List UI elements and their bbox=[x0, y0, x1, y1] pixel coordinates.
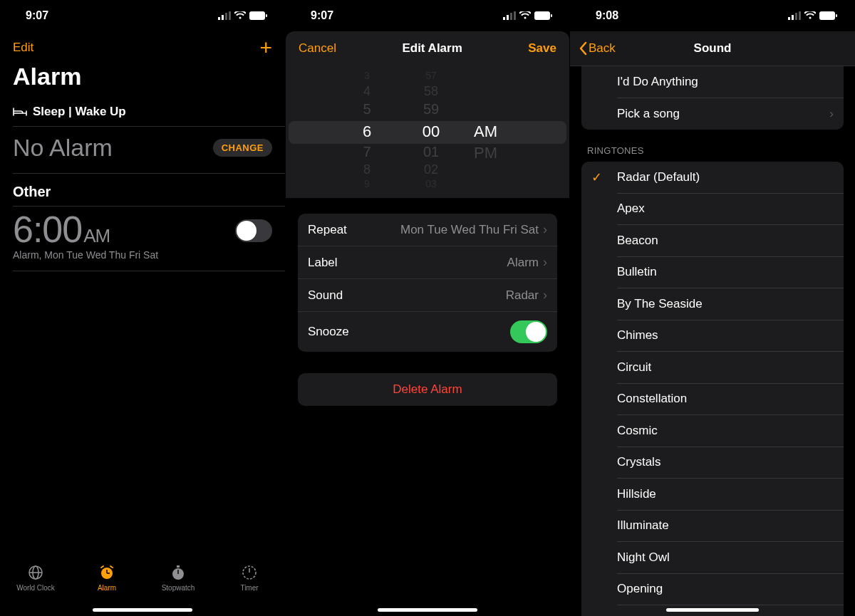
modal-header: Cancel Edit Alarm Save bbox=[286, 31, 569, 66]
label-row[interactable]: Label Alarm› bbox=[298, 246, 557, 278]
time-picker[interactable]: 3 4 5 6 7 8 9 57 58 59 00 01 02 03 AM PM bbox=[286, 66, 569, 198]
cellular-icon bbox=[503, 11, 516, 20]
alarm-time: 6:00AM bbox=[13, 211, 272, 248]
tab-bar: World Clock Alarm Stopwatch Timer bbox=[0, 559, 285, 616]
home-indicator[interactable] bbox=[93, 608, 192, 612]
svg-rect-28 bbox=[799, 11, 801, 20]
no-alarm-text: No Alarm bbox=[13, 134, 113, 162]
battery-icon bbox=[534, 11, 553, 20]
chevron-right-icon: › bbox=[543, 288, 547, 303]
svg-rect-20 bbox=[507, 15, 509, 20]
status-bar: 9:07 bbox=[285, 0, 570, 31]
svg-rect-5 bbox=[266, 14, 267, 17]
sound-picker-screen: 9:08 Back Sound I'd Do Anything Pick a s… bbox=[570, 0, 855, 616]
divider bbox=[13, 271, 285, 271]
ringtone-row[interactable]: Illuminate bbox=[581, 510, 844, 541]
ringtone-row[interactable]: ✓Radar (Default) bbox=[581, 162, 844, 193]
repeat-row[interactable]: Repeat Mon Tue Wed Thu Fri Sat› bbox=[298, 214, 557, 246]
wifi-icon bbox=[234, 11, 246, 20]
sleep-section-label: Sleep | Wake Up bbox=[33, 105, 126, 119]
ringtone-row[interactable]: Opening bbox=[581, 573, 844, 605]
status-icons bbox=[503, 11, 553, 20]
hour-wheel[interactable]: 3 4 5 6 7 8 9 bbox=[346, 66, 388, 198]
ringtone-row[interactable]: Hillside bbox=[581, 479, 844, 510]
globe-icon bbox=[26, 563, 45, 582]
snooze-toggle[interactable] bbox=[510, 320, 547, 343]
save-button[interactable]: Save bbox=[528, 41, 556, 56]
ringtone-label: Illuminate bbox=[617, 518, 669, 533]
ringtone-row[interactable]: Bulletin bbox=[581, 256, 844, 288]
home-indicator[interactable] bbox=[378, 608, 477, 612]
ringtone-label: Crystals bbox=[617, 455, 660, 469]
ringtone-label: Chimes bbox=[617, 328, 658, 343]
change-button[interactable]: CHANGE bbox=[213, 139, 272, 157]
status-time: 9:07 bbox=[26, 9, 48, 22]
svg-rect-22 bbox=[514, 11, 516, 20]
svg-rect-21 bbox=[510, 13, 512, 20]
alarm-list-screen: 9:07 Edit + Alarm Sleep | Wake Up No Ala… bbox=[0, 0, 285, 616]
delete-alarm-button[interactable]: Delete Alarm bbox=[298, 373, 557, 406]
ringtones-section-header: RINGTONES bbox=[570, 130, 855, 162]
pick-song-row[interactable]: Pick a song› bbox=[581, 98, 844, 130]
svg-line-13 bbox=[110, 566, 113, 568]
wifi-icon bbox=[804, 11, 816, 20]
ringtone-label: Apex bbox=[617, 202, 645, 216]
alarm-settings-group: Repeat Mon Tue Wed Thu Fri Sat› Label Al… bbox=[298, 214, 557, 352]
status-icons bbox=[218, 11, 268, 20]
svg-rect-0 bbox=[218, 17, 220, 20]
status-icons bbox=[788, 11, 838, 20]
svg-rect-19 bbox=[503, 17, 505, 20]
ringtone-row[interactable]: Crystals bbox=[581, 447, 844, 478]
ringtone-label: Night Owl bbox=[617, 550, 670, 565]
back-button[interactable]: Back bbox=[579, 41, 616, 56]
modal-title: Edit Alarm bbox=[402, 41, 462, 56]
status-bar: 9:08 bbox=[570, 0, 855, 31]
cancel-button[interactable]: Cancel bbox=[299, 41, 336, 56]
svg-rect-15 bbox=[177, 565, 180, 568]
ringtone-row[interactable]: Night Owl bbox=[581, 542, 844, 573]
alarm-row[interactable]: 6:00AM Alarm, Mon Tue Wed Thu Fri Sat bbox=[0, 207, 285, 271]
alarm-toggle[interactable] bbox=[235, 219, 272, 242]
status-time: 9:07 bbox=[311, 9, 333, 22]
ringtone-row[interactable]: By The Seaside bbox=[581, 288, 844, 320]
wifi-icon bbox=[519, 11, 531, 20]
add-alarm-button[interactable]: + bbox=[259, 37, 272, 58]
tab-world-clock[interactable]: World Clock bbox=[0, 563, 71, 616]
svg-rect-30 bbox=[836, 14, 837, 17]
alarm-icon bbox=[98, 563, 116, 582]
song-row[interactable]: I'd Do Anything bbox=[581, 66, 844, 98]
sound-row[interactable]: Sound Radar› bbox=[298, 278, 557, 311]
stopwatch-icon bbox=[169, 563, 187, 582]
svg-rect-26 bbox=[792, 15, 794, 20]
check-icon: ✓ bbox=[591, 169, 602, 185]
svg-line-12 bbox=[101, 566, 103, 568]
svg-rect-29 bbox=[819, 11, 835, 20]
ringtone-row[interactable]: Circuit bbox=[581, 352, 844, 383]
ampm-wheel[interactable]: AM PM bbox=[474, 66, 509, 198]
ringtone-row[interactable]: Beacon bbox=[581, 225, 844, 256]
sound-list-scroll[interactable]: I'd Do Anything Pick a song› RINGTONES ✓… bbox=[570, 66, 855, 616]
nav-header: Back Sound bbox=[570, 31, 855, 66]
ringtone-label: By The Seaside bbox=[617, 297, 703, 311]
svg-rect-24 bbox=[551, 14, 552, 17]
ringtone-row[interactable]: Chimes bbox=[581, 320, 844, 351]
home-indicator[interactable] bbox=[666, 608, 759, 612]
svg-rect-23 bbox=[534, 11, 550, 20]
svg-rect-4 bbox=[249, 11, 265, 20]
cellular-icon bbox=[788, 11, 801, 20]
songs-group: I'd Do Anything Pick a song› bbox=[581, 66, 844, 130]
ringtone-label: Radar (Default) bbox=[617, 170, 700, 184]
bed-icon bbox=[13, 107, 27, 117]
svg-rect-3 bbox=[229, 11, 231, 20]
page-title: Sound bbox=[694, 41, 732, 56]
ringtone-row[interactable]: Apex bbox=[581, 193, 844, 224]
snooze-row: Snooze bbox=[298, 311, 557, 352]
edit-button[interactable]: Edit bbox=[13, 41, 33, 55]
tab-timer[interactable]: Timer bbox=[214, 563, 285, 616]
minute-wheel[interactable]: 57 58 59 00 01 02 03 bbox=[410, 66, 452, 198]
chevron-right-icon: › bbox=[829, 107, 834, 121]
ringtone-row[interactable]: Constellation bbox=[581, 383, 844, 414]
chevron-left-icon bbox=[579, 41, 587, 56]
chevron-right-icon: › bbox=[543, 222, 547, 237]
ringtone-row[interactable]: Cosmic bbox=[581, 415, 844, 447]
